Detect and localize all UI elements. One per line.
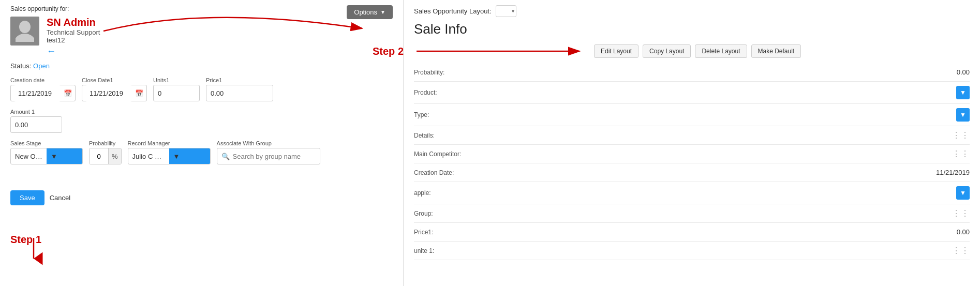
field-dropdown-button[interactable]: ▼ bbox=[956, 86, 970, 99]
table-row: Group:⋮⋮ bbox=[414, 204, 970, 223]
table-row: Creation Date:11/21/2019 bbox=[414, 163, 970, 182]
search-input[interactable] bbox=[233, 153, 316, 160]
avatar bbox=[10, 17, 39, 46]
field-menu-icon[interactable]: ⋮⋮ bbox=[952, 130, 970, 140]
sales-stage-arrow-icon[interactable]: ▼ bbox=[47, 148, 82, 164]
record-manager-select[interactable]: Julio C Martinez ▼ bbox=[128, 148, 211, 164]
make-default-button[interactable]: Make Default bbox=[751, 44, 801, 58]
table-row: Probability:0.00 bbox=[414, 63, 970, 82]
price-group: Price1 bbox=[206, 77, 273, 101]
field-action: ▼ bbox=[956, 108, 970, 122]
layout-select[interactable] bbox=[496, 5, 516, 17]
table-row: Main Competitor:⋮⋮ bbox=[414, 145, 970, 163]
field-action: ⋮⋮ bbox=[950, 149, 970, 159]
svg-point-0 bbox=[19, 21, 31, 33]
close-date-input[interactable] bbox=[85, 85, 132, 101]
caret-icon: ▼ bbox=[380, 9, 385, 15]
record-manager-label: Record Manager bbox=[128, 140, 211, 146]
creation-date-group: Creation date 📅 bbox=[10, 77, 76, 101]
field-rows: Probability:0.00Product:▼Type:▼Details:⋮… bbox=[414, 63, 970, 260]
record-manager-arrow-icon[interactable]: ▼ bbox=[169, 148, 210, 164]
table-row: Type:▼ bbox=[414, 104, 970, 126]
sales-stage-group: Sales Stage New Opportu... ▼ bbox=[10, 140, 83, 164]
sales-stage-label: Sales Stage bbox=[10, 140, 83, 146]
field-value: 0.00 bbox=[497, 68, 970, 76]
price-label: Price1 bbox=[206, 77, 273, 83]
field-menu-icon[interactable]: ⋮⋮ bbox=[952, 246, 970, 255]
field-dropdown-button[interactable]: ▼ bbox=[956, 108, 970, 122]
options-button[interactable]: Options ▼ bbox=[347, 5, 393, 19]
field-action: ⋮⋮ bbox=[950, 130, 970, 140]
calendar-icon[interactable]: 📅 bbox=[64, 89, 72, 97]
user-role: Technical Support bbox=[47, 28, 393, 36]
delete-layout-button[interactable]: Delete Layout bbox=[695, 44, 747, 58]
step2-label: Step 2 bbox=[373, 46, 404, 57]
close-date-input-wrap: 📅 bbox=[82, 85, 147, 101]
field-value: 0.00 bbox=[497, 228, 970, 236]
units-group: Units1 bbox=[153, 77, 200, 101]
user-info: SN Admin Technical Support test12 ← bbox=[47, 17, 393, 57]
step2-arrow-icon bbox=[414, 45, 590, 57]
user-header: SN Admin Technical Support test12 ← bbox=[10, 17, 393, 57]
associate-search[interactable]: 🔍 bbox=[217, 148, 320, 164]
table-row: unite 1:⋮⋮ bbox=[414, 242, 970, 260]
field-menu-icon[interactable]: ⋮⋮ bbox=[952, 149, 970, 159]
price-input[interactable] bbox=[206, 85, 273, 101]
back-arrow-icon[interactable]: ← bbox=[47, 46, 393, 57]
step2-row: Step 2 Edit Layout Copy Layout Delete La… bbox=[414, 44, 970, 58]
sales-stage-select[interactable]: New Opportu... ▼ bbox=[10, 148, 83, 164]
record-manager-group: Record Manager Julio C Martinez ▼ bbox=[128, 140, 211, 164]
table-row: Product:▼ bbox=[414, 82, 970, 104]
units-label: Units1 bbox=[153, 77, 200, 83]
sales-opp-label: Sales opportunity for: bbox=[10, 5, 393, 12]
close-date-label: Close Date1 bbox=[82, 77, 147, 83]
left-panel: Sales opportunity for: SN Admin Technica… bbox=[0, 0, 404, 286]
creation-date-label: Creation date bbox=[10, 77, 76, 83]
cancel-button[interactable]: Cancel bbox=[50, 194, 70, 202]
field-action: ⋮⋮ bbox=[950, 208, 970, 218]
layout-select-wrap[interactable] bbox=[496, 5, 516, 17]
probability-input[interactable] bbox=[90, 148, 108, 164]
field-label: Creation Date: bbox=[414, 169, 497, 176]
field-action: ⋮⋮ bbox=[950, 246, 970, 255]
associate-group: Associate With Group 🔍 bbox=[217, 140, 320, 164]
svg-point-1 bbox=[16, 34, 34, 42]
probability-label: Probability bbox=[89, 140, 122, 146]
field-label: Type: bbox=[414, 111, 497, 118]
save-button[interactable]: Save bbox=[10, 190, 44, 205]
table-row: apple:▼ bbox=[414, 182, 970, 204]
layout-action-btns: Edit Layout Copy Layout Delete Layout Ma… bbox=[594, 44, 801, 58]
units-input[interactable] bbox=[153, 85, 200, 101]
copy-layout-button[interactable]: Copy Layout bbox=[643, 44, 691, 58]
field-dropdown-button[interactable]: ▼ bbox=[956, 186, 970, 200]
field-label: Details: bbox=[414, 132, 497, 139]
creation-date-input-wrap: 📅 bbox=[10, 85, 76, 101]
user-name: SN Admin bbox=[47, 17, 393, 28]
table-row: Details:⋮⋮ bbox=[414, 126, 970, 145]
amount-label: Amount 1 bbox=[10, 109, 62, 115]
creation-date-input[interactable] bbox=[14, 85, 61, 101]
field-action: ▼ bbox=[956, 186, 970, 200]
field-menu-icon[interactable]: ⋮⋮ bbox=[952, 208, 970, 218]
sales-stage-value: New Opportu... bbox=[11, 153, 47, 160]
close-calendar-icon[interactable]: 📅 bbox=[135, 89, 143, 97]
amount-input[interactable] bbox=[10, 116, 62, 133]
associate-label: Associate With Group bbox=[217, 140, 320, 146]
percent-icon: % bbox=[108, 148, 121, 164]
amount-group: Amount 1 bbox=[10, 109, 62, 133]
status-value: Open bbox=[33, 62, 50, 70]
field-label: Product: bbox=[414, 89, 497, 96]
field-action: ▼ bbox=[956, 86, 970, 99]
probability-group: Probability % bbox=[89, 140, 122, 164]
field-label: Group: bbox=[414, 210, 497, 217]
user-id: test12 bbox=[47, 36, 393, 44]
action-buttons: Save Cancel bbox=[10, 190, 393, 205]
right-panel: Sales Opportunity Layout: Sale Info Step… bbox=[404, 0, 980, 286]
edit-layout-button[interactable]: Edit Layout bbox=[594, 44, 639, 58]
field-label: Price1: bbox=[414, 229, 497, 236]
options-btn-wrap: Options ▼ bbox=[347, 5, 393, 19]
status-label: Status: bbox=[10, 62, 31, 70]
amount-row: Amount 1 bbox=[10, 109, 393, 133]
field-label: Probability: bbox=[414, 69, 497, 76]
step1-label: Step 1 bbox=[10, 234, 41, 246]
